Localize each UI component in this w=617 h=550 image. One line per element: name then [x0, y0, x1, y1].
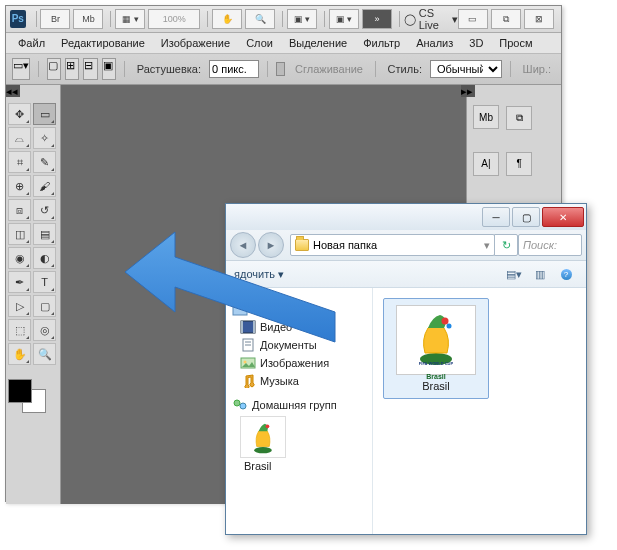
shape-tool[interactable]: ▢	[33, 295, 56, 317]
organize-button[interactable]: ядочить ▾	[234, 268, 284, 281]
move-tool[interactable]: ✥	[8, 103, 31, 125]
right-collapse-tab[interactable]: ▸▸	[461, 85, 475, 97]
expand-button[interactable]: »	[362, 9, 392, 29]
menu-file[interactable]: Файл	[10, 37, 53, 49]
3dcam-tool[interactable]: ◎	[33, 319, 56, 341]
view-extras-button[interactable]: ▦ ▾	[115, 9, 145, 29]
eraser-tool[interactable]: ◫	[8, 223, 31, 245]
type-tool[interactable]: T	[33, 271, 56, 293]
address-bar[interactable]: Новая папка ▾	[290, 234, 495, 256]
zoom-tool[interactable]: 🔍	[33, 343, 56, 365]
menu-view[interactable]: Просм	[491, 37, 540, 49]
tree-homegroup[interactable]: Домашняя групп	[230, 396, 368, 414]
cslive-button[interactable]: ◯ CS Live ▾	[404, 7, 458, 31]
tree-libraries[interactable]: Библиотеки	[230, 300, 368, 318]
explorer-titlebar[interactable]: ─ ▢ ✕	[226, 204, 586, 230]
selection-subtract-icon[interactable]: ⊟	[83, 58, 97, 80]
svg-rect-4	[241, 321, 243, 333]
feather-input[interactable]	[209, 60, 259, 78]
path-tool[interactable]: ▷	[8, 295, 31, 317]
help-button[interactable]: ?	[554, 264, 578, 284]
folder-icon	[295, 239, 309, 251]
minibridge-button[interactable]: Mb	[73, 9, 103, 29]
music-icon	[240, 374, 256, 388]
documents-icon	[240, 338, 256, 352]
dodge-tool[interactable]: ◐	[33, 247, 56, 269]
menu-select[interactable]: Выделение	[281, 37, 355, 49]
explorer-file-pane[interactable]: FIFA WORLD CUP Brasil Brasil	[373, 288, 586, 534]
character-panel-icon[interactable]: A|	[473, 152, 499, 176]
nav-forward-button[interactable]: ►	[258, 232, 284, 258]
window-restore-button[interactable]: ⧉	[491, 9, 521, 29]
search-box[interactable]: Поиск:	[518, 234, 582, 256]
view-button[interactable]: ▤▾	[502, 264, 526, 284]
gradient-tool[interactable]: ▤	[33, 223, 56, 245]
explorer-min-button[interactable]: ─	[482, 207, 510, 227]
svg-text:FIFA WORLD CUP: FIFA WORLD CUP	[419, 361, 454, 366]
heal-tool[interactable]: ⊕	[8, 175, 31, 197]
blur-tool[interactable]: ◉	[8, 247, 31, 269]
antialias-checkbox[interactable]	[276, 62, 285, 76]
refresh-button[interactable]: ↻	[494, 234, 518, 256]
selection-intersect-icon[interactable]: ▣	[102, 58, 116, 80]
explorer-max-button[interactable]: ▢	[512, 207, 540, 227]
file-name-label: Brasil	[390, 380, 482, 392]
lasso-tool[interactable]: ⌓	[8, 127, 31, 149]
menu-filter[interactable]: Фильтр	[355, 37, 408, 49]
tree-images[interactable]: Изображения	[230, 354, 368, 372]
marquee-tool[interactable]: ▭	[33, 103, 56, 125]
window-min-button[interactable]: ▭	[458, 9, 488, 29]
minibridge-panel-icon[interactable]: Mb	[473, 105, 499, 129]
eyedropper-tool[interactable]: ✎	[33, 151, 56, 173]
crop-tool[interactable]: ⌗	[8, 151, 31, 173]
hand-button[interactable]: ✋	[212, 9, 242, 29]
width-label: Шир.:	[523, 63, 551, 75]
explorer-tree[interactable]: Библиотеки Видео Документы Изображения М…	[226, 288, 373, 534]
screenmode-button[interactable]: ▣ ▾	[329, 9, 359, 29]
zoom-level[interactable]: 100%	[148, 9, 200, 29]
3d-tool[interactable]: ⬚	[8, 319, 31, 341]
tree-video[interactable]: Видео	[230, 318, 368, 336]
address-path: Новая папка	[313, 239, 377, 251]
wand-tool[interactable]: ✧	[33, 127, 56, 149]
tree-documents[interactable]: Документы	[230, 336, 368, 354]
pen-tool[interactable]: ✒	[8, 271, 31, 293]
tool-preset-icon[interactable]: ▭▾	[12, 58, 30, 80]
selection-new-icon[interactable]: ▢	[47, 58, 61, 80]
explorer-navbar: ◄ ► Новая папка ▾ ↻ Поиск:	[226, 230, 586, 261]
left-collapse-tab[interactable]: ◂◂	[6, 85, 20, 97]
antialias-label: Сглаживание	[295, 63, 363, 75]
bridge-button[interactable]: Br	[40, 9, 70, 29]
zoom-button[interactable]: 🔍	[245, 9, 275, 29]
stamp-tool[interactable]: ⧇	[8, 199, 31, 221]
tree-home-item[interactable]: Brasil	[230, 458, 368, 474]
nav-back-button[interactable]: ◄	[230, 232, 256, 258]
color-swatches[interactable]	[8, 379, 46, 413]
style-select[interactable]: Обычный	[430, 60, 502, 78]
foreground-color-swatch[interactable]	[8, 379, 32, 403]
preview-pane-button[interactable]: ▥	[528, 264, 552, 284]
menu-image[interactable]: Изображение	[153, 37, 238, 49]
history-panel-icon[interactable]: ⧉	[506, 106, 532, 130]
homegroup-icon	[232, 398, 248, 412]
libraries-icon	[232, 302, 248, 316]
tree-music[interactable]: Музыка	[230, 372, 368, 390]
window-close-button[interactable]: ⊠	[524, 9, 554, 29]
menu-3d[interactable]: 3D	[461, 37, 491, 49]
file-brasil[interactable]: FIFA WORLD CUP Brasil Brasil	[383, 298, 489, 399]
svg-point-17	[447, 324, 452, 329]
trophy-icon: FIFA WORLD CUP	[411, 313, 461, 367]
hand-tool[interactable]: ✋	[8, 343, 31, 365]
menu-analysis[interactable]: Анализ	[408, 37, 461, 49]
menu-layer[interactable]: Слои	[238, 37, 281, 49]
ps-titlebar: Ps Br Mb ▦ ▾ 100% ✋ 🔍 ▣ ▾ ▣ ▾ » ◯ CS Liv…	[6, 6, 561, 33]
arrange-button[interactable]: ▣ ▾	[287, 9, 317, 29]
explorer-close-button[interactable]: ✕	[542, 207, 584, 227]
paragraph-panel-icon[interactable]: ¶	[506, 152, 532, 176]
menu-edit[interactable]: Редактирование	[53, 37, 153, 49]
selection-add-icon[interactable]: ⊞	[65, 58, 79, 80]
tree-home-thumb[interactable]	[240, 416, 286, 458]
style-label: Стиль:	[388, 63, 422, 75]
brush-tool[interactable]: 🖌	[33, 175, 56, 197]
history-brush-tool[interactable]: ↺	[33, 199, 56, 221]
